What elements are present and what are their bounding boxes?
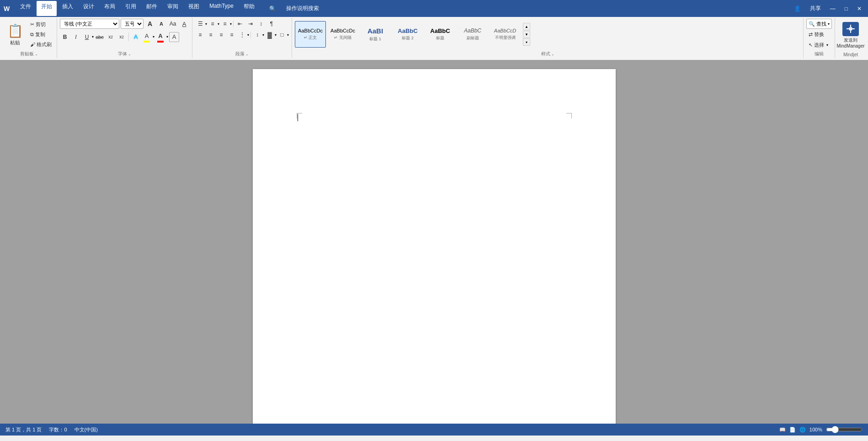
columns-button[interactable]: ⋮ (237, 30, 247, 40)
highlight-dropdown[interactable]: ▾ (153, 35, 154, 39)
share-button[interactable]: 共享 (807, 4, 824, 13)
font-color-dropdown[interactable]: ▾ (166, 35, 168, 39)
clipboard-group-content: 📋 粘贴 ✂ 剪切 ⧉ 复制 🖌 格式刷 (4, 18, 54, 50)
style-normal[interactable]: AaBbCcDc ↵ 正文 (295, 21, 326, 48)
menu-help[interactable]: 帮助 (239, 1, 259, 16)
menu-home[interactable]: 开始 (37, 1, 57, 16)
justify-button[interactable]: ≡ (227, 30, 237, 40)
style-heading2-label: 标题 2 (402, 35, 414, 41)
highlight-button[interactable]: A (142, 31, 152, 41)
font-name-select[interactable]: 等线 (中文正 (60, 19, 119, 29)
subscript-button[interactable]: x2 (106, 32, 116, 42)
select-dropdown[interactable]: ▾ (826, 43, 828, 47)
style-no-spacing[interactable]: AaBbCcDc ↵ 无间隔 (327, 21, 358, 48)
sort-button[interactable]: ↕ (256, 19, 266, 29)
align-right-button[interactable]: ≡ (216, 30, 226, 40)
font-expand-icon[interactable]: ⌄ (128, 52, 131, 56)
line-spacing-dropdown[interactable]: ▾ (262, 33, 264, 37)
word-count: 字数：0 (49, 426, 67, 433)
line-spacing-split-btn: ↕ ▾ (252, 30, 264, 40)
menu-design[interactable]: 设计 (79, 1, 99, 16)
replace-button[interactable]: ⇄ 替换 (806, 30, 826, 39)
columns-dropdown[interactable]: ▾ (247, 33, 249, 37)
styles-expand-icon[interactable]: ⌄ (551, 52, 554, 56)
font-color-button[interactable]: A (155, 31, 165, 41)
gallery-scroll-more[interactable]: ▾ (523, 38, 530, 46)
font-extra-button[interactable]: A (169, 32, 179, 42)
style-title[interactable]: AaBbC 标题 (425, 21, 456, 48)
print-view-icon[interactable]: 📄 (789, 427, 796, 433)
document-area[interactable] (0, 60, 868, 424)
strikethrough-button[interactable]: abc (95, 32, 105, 42)
web-view-icon[interactable]: 🌐 (799, 427, 806, 433)
style-subtle-emphasis[interactable]: AaBbCcD 不明显强调 (490, 21, 521, 48)
status-bar-left: 第 1 页，共 1 页 字数：0 中文(中国) (5, 426, 98, 433)
paste-button[interactable]: 📋 粘贴 (4, 21, 27, 48)
svg-point-1 (849, 27, 852, 31)
menu-review[interactable]: 审阅 (163, 1, 183, 16)
font-divider (128, 32, 129, 41)
menu-insert[interactable]: 插入 (58, 1, 78, 16)
format-painter-button[interactable]: 🖌 格式刷 (28, 40, 54, 49)
style-heading2[interactable]: AaBbC 标题 2 (392, 21, 423, 48)
mindjet-send-label: 发送到 (844, 37, 857, 43)
menu-reference[interactable]: 引用 (121, 1, 141, 16)
numbering-dropdown[interactable]: ▾ (218, 22, 219, 26)
zoom-slider[interactable] (826, 426, 863, 433)
borders-dropdown[interactable]: ▾ (287, 33, 289, 37)
ribbon-toolbar: 📋 粘贴 ✂ 剪切 ⧉ 复制 🖌 格式刷 (0, 17, 868, 60)
font-name-row: 等线 (中文正 五号 A A Aa A (60, 19, 189, 29)
gallery-scroll-down[interactable]: ▼ (523, 31, 530, 38)
italic-button[interactable]: I (71, 32, 81, 42)
select-button[interactable]: ↖ 选择 (806, 40, 826, 50)
font-size-select[interactable]: 五号 (121, 19, 144, 29)
font-grow-button[interactable]: A (145, 19, 155, 29)
clear-format-button[interactable]: A (179, 19, 189, 29)
change-case-button[interactable]: Aa (168, 19, 178, 29)
clipboard-expand-icon[interactable]: ⌄ (35, 52, 38, 56)
show-marks-button[interactable]: ¶ (266, 19, 277, 29)
shading-button[interactable]: ▓ (265, 30, 275, 40)
align-center-button[interactable]: ≡ (206, 30, 216, 40)
bullets-dropdown[interactable]: ▾ (205, 22, 207, 26)
decrease-indent-button[interactable]: ⇤ (235, 19, 245, 29)
shading-dropdown[interactable]: ▾ (275, 33, 277, 37)
numbering-split-btn: ≡ ▾ (208, 19, 219, 29)
find-search-box[interactable]: 🔍 查找 ▾ (806, 19, 832, 29)
search-icon: 🔍 (809, 21, 815, 27)
style-subtitle[interactable]: AaBbC 副标题 (457, 21, 488, 48)
ribbon: 📋 粘贴 ✂ 剪切 ⧉ 复制 🖌 格式刷 (0, 17, 868, 60)
underline-dropdown-arrow[interactable]: ▾ (92, 35, 94, 39)
menu-file[interactable]: 文件 (16, 1, 36, 16)
maximize-button[interactable]: □ (842, 5, 851, 13)
numbering-button[interactable]: ≡ (208, 19, 218, 29)
bullets-button[interactable]: ☰ (195, 19, 205, 29)
close-button[interactable]: ✕ (854, 5, 864, 13)
align-left-button[interactable]: ≡ (195, 30, 205, 40)
menu-view[interactable]: 视图 (184, 1, 204, 16)
multilevel-dropdown[interactable]: ▾ (230, 22, 232, 26)
gallery-scroll-up[interactable]: ▲ (523, 23, 530, 30)
find-dropdown[interactable]: ▾ (828, 22, 830, 26)
superscript-button[interactable]: x2 (117, 32, 127, 42)
text-effect-button[interactable]: A (131, 32, 141, 42)
font-shrink-button[interactable]: A (156, 19, 166, 29)
language: 中文(中国) (75, 426, 98, 433)
borders-button[interactable]: □ (277, 30, 287, 40)
menu-mathtype[interactable]: MathType (205, 1, 238, 16)
style-heading1[interactable]: AaBI 标题 1 (360, 21, 391, 48)
copy-button[interactable]: ⧉ 复制 (28, 30, 54, 39)
multilevel-button[interactable]: ≡ (220, 19, 230, 29)
cut-button[interactable]: ✂ 剪切 (28, 20, 54, 29)
paragraph-expand-icon[interactable]: ⌄ (245, 52, 249, 56)
menu-search[interactable]: 🔍 操作说明搜索 (260, 1, 328, 16)
minimize-button[interactable]: — (827, 5, 838, 13)
underline-button[interactable]: U (82, 32, 92, 42)
increase-indent-button[interactable]: ⇥ (245, 19, 256, 29)
bold-button[interactable]: B (60, 32, 70, 42)
menu-layout[interactable]: 布局 (100, 1, 120, 16)
line-spacing-button[interactable]: ↕ (252, 30, 262, 40)
read-view-icon[interactable]: 📖 (779, 427, 786, 433)
menu-mail[interactable]: 邮件 (142, 1, 162, 16)
mindmanager-button[interactable]: 发送到 MindManager (838, 22, 863, 48)
